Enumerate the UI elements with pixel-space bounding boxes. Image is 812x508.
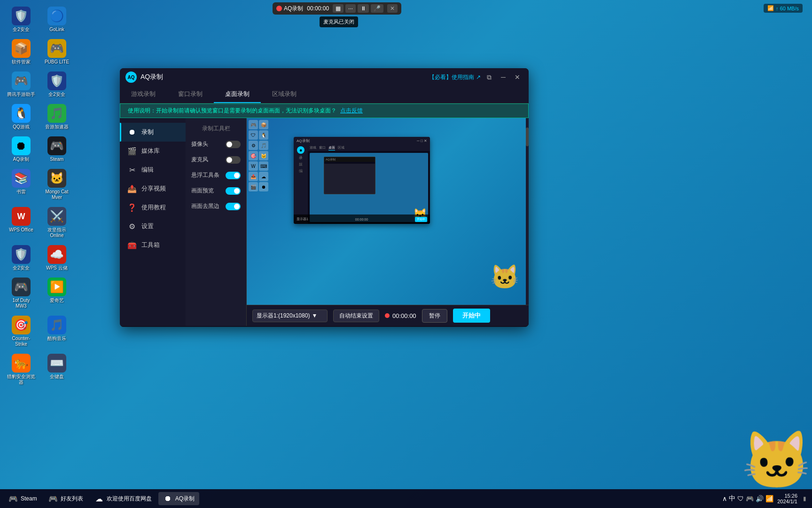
tool-camera-toggle[interactable] bbox=[226, 141, 241, 148]
sidebar-media-icon: 🎬 bbox=[127, 146, 137, 156]
start-button[interactable]: 开始中 bbox=[453, 309, 490, 323]
preview-mini-icon10: ⌨ bbox=[259, 161, 268, 171]
steam-icon: 🎮 bbox=[8, 494, 18, 503]
tool-float-bar-toggle[interactable] bbox=[226, 172, 241, 179]
tray-network[interactable]: 🔊 bbox=[756, 495, 764, 502]
nested-title: AQ录制 bbox=[297, 138, 310, 143]
preview-mini-icon9: W bbox=[249, 161, 258, 171]
desktop-icon-wps[interactable]: W WPS Office bbox=[5, 205, 38, 240]
desktop-icon-aqrec[interactable]: ⏺ AQ录制 bbox=[5, 135, 38, 164]
sidebar-settings-label: 设置 bbox=[141, 222, 154, 230]
desktop-icon-qq[interactable]: 🐧 QQ游戏 bbox=[5, 102, 38, 132]
sidebar-item-settings[interactable]: ⚙ 设置 bbox=[120, 217, 186, 236]
aq-titlebar: AQ AQ录制 【必看】使用指南 ↗ ⧉ ─ ✕ bbox=[120, 68, 529, 86]
desktop-icon-tencent[interactable]: 🎮 腾讯手游助手 bbox=[5, 70, 38, 99]
nested-controls: 显示器1 00:00:00 开始中 bbox=[294, 214, 430, 224]
sidebar-item-tools[interactable]: 🧰 工具箱 bbox=[120, 236, 186, 254]
tool-float-bar: 悬浮工具条 bbox=[186, 167, 246, 183]
sidebar-item-edit[interactable]: ✂ 编辑 bbox=[120, 160, 186, 179]
sidebar-edit-label: 编辑 bbox=[141, 166, 154, 174]
tab-desktop-record[interactable]: 桌面录制 bbox=[214, 86, 261, 103]
desktop-icon-iqiyi[interactable]: ▶️ 爱奇艺 bbox=[40, 276, 73, 311]
aq-title-right: 【必看】使用指南 ↗ ⧉ ─ ✕ bbox=[429, 71, 523, 83]
desktop-icon-mongocat[interactable]: 🐱 Mongo Cat Mver bbox=[40, 167, 73, 202]
display-selector[interactable]: 显示器1:(1920x1080) ▼ bbox=[252, 310, 328, 322]
preview-mini-icon4: 🐧 bbox=[259, 130, 268, 140]
recording-bar-label: AQ录制 bbox=[284, 5, 303, 13]
nested-tab2: 窗口 bbox=[319, 145, 326, 150]
tool-mic-toggle[interactable] bbox=[226, 156, 241, 164]
sidebar-item-media[interactable]: 🎬 媒体库 bbox=[120, 142, 186, 160]
desktop-icon-steam[interactable]: 🎮 Steam bbox=[40, 135, 73, 164]
desktop-icon-security2[interactable]: 🛡️ 全2安全 bbox=[40, 70, 73, 99]
rec-mic-btn[interactable]: 🎤 bbox=[371, 4, 383, 13]
desktop-icon-accel[interactable]: 🎵 音游加速器 bbox=[40, 102, 73, 132]
rec-more-btn[interactable]: ··· bbox=[345, 4, 356, 13]
rec-screen-btn[interactable]: ▦ bbox=[333, 4, 344, 13]
desktop-icon-kugou[interactable]: 🎵 酷狗音乐 bbox=[40, 314, 73, 349]
desktop-icon-1ofduty[interactable]: 🎮 1of Duty MW3 bbox=[5, 276, 38, 311]
tool-mic: 麦克风 bbox=[186, 152, 246, 167]
desktop-icon-cs[interactable]: 🎯 Counter-Strike bbox=[5, 314, 38, 349]
sidebar-record-icon: ⏺ bbox=[127, 127, 137, 137]
desktop-icon-golink[interactable]: 🔵 GoLink bbox=[40, 5, 73, 34]
taskbar-friends-label: 好友列表 bbox=[61, 495, 83, 503]
aq-minimize-btn[interactable]: ─ bbox=[498, 71, 509, 83]
nested-rec-label: 录 bbox=[299, 155, 303, 160]
tray-lang[interactable]: 中 bbox=[729, 494, 735, 503]
rec-pause-btn[interactable]: ⏸ bbox=[358, 4, 369, 13]
tab-game-record[interactable]: 游戏录制 bbox=[120, 86, 167, 103]
desktop-icon-security3[interactable]: 🛡️ 全2安全 bbox=[5, 243, 38, 273]
rec-close-btn[interactable]: ✕ bbox=[387, 4, 398, 13]
tray-shield[interactable]: 🛡 bbox=[737, 495, 744, 502]
preview-mini-icon7: 🎯 bbox=[249, 151, 258, 160]
preview-area: 🎮 📦 🛡 🐧 ⚙ 🎵 bbox=[247, 118, 529, 326]
aq-sidebar: ⏺ 录制 🎬 媒体库 ✂ 编辑 📤 分享视频 ❓ 使用教程 bbox=[120, 118, 186, 326]
aq-logo: AQ bbox=[125, 71, 137, 83]
desktop-icon-cheetah[interactable]: 🐆 猎豹安全浏览器 bbox=[5, 352, 38, 387]
desktop-icon-wpsc[interactable]: ☁️ WPS 云储 bbox=[40, 243, 73, 273]
nested-tab1: 游戏 bbox=[310, 145, 316, 150]
taskbar-item-steam[interactable]: 🎮 Steam bbox=[4, 492, 42, 505]
tool-float-bar-label: 悬浮工具条 bbox=[191, 171, 219, 179]
aq-pip-btn[interactable]: ⧉ bbox=[484, 71, 495, 83]
desktop-icon-security1[interactable]: 🛡️ 全2安全 bbox=[5, 5, 38, 34]
tool-remove-border-toggle[interactable] bbox=[226, 203, 241, 210]
desktop-icon-online[interactable]: ⚔️ 攻坚指示 Online bbox=[40, 205, 73, 240]
desktop-icon-pubg[interactable]: 🎮 PUBG LITE bbox=[40, 37, 73, 67]
taskbar-item-baidu[interactable]: ☁ 欢迎使用百度网盘 bbox=[90, 492, 156, 505]
sys-tray: ∧ 中 🛡 🎮 🔊 📶 bbox=[722, 494, 773, 503]
notice-link[interactable]: 点击反馈 bbox=[340, 107, 363, 115]
nested-edit-label: 编 bbox=[299, 168, 303, 174]
rec-time-display: 00:00:00 bbox=[385, 312, 416, 319]
tool-preview-toggle[interactable] bbox=[226, 187, 241, 195]
sidebar-item-tutorial[interactable]: ❓ 使用教程 bbox=[120, 198, 186, 217]
tab-window-record[interactable]: 窗口录制 bbox=[167, 86, 214, 103]
preview-desktop: 🎮 📦 🛡 🐧 ⚙ 🎵 bbox=[247, 118, 529, 305]
tab-region-record[interactable]: 区域录制 bbox=[261, 86, 308, 103]
nested-sidebar: ⏺ 录 媒 编 bbox=[294, 144, 308, 224]
mic-tooltip: 麦克风已关闭 bbox=[320, 16, 358, 27]
taskbar-item-friends[interactable]: 🎮 好友列表 bbox=[44, 492, 88, 505]
preview-scrollbar[interactable] bbox=[526, 118, 529, 305]
tray-chevron[interactable]: ∧ bbox=[722, 495, 727, 502]
recording-time: 00:00:00 bbox=[307, 5, 329, 12]
nested-display-text: 显示器1 bbox=[297, 217, 308, 222]
desktop-icon-softmgr[interactable]: 📦 软件管家 bbox=[5, 37, 38, 67]
pause-button[interactable]: 暂停 bbox=[422, 309, 447, 323]
taskbar-item-aqrec[interactable]: ⏺ AQ录制 bbox=[158, 492, 199, 505]
desktop-icon-keyboard[interactable]: ⌨️ 全键盘 bbox=[40, 352, 73, 387]
tray-steam[interactable]: 🎮 bbox=[746, 495, 754, 502]
recording-tools-panel: 录制工具栏 摄像头 麦克风 悬浮工具条 画面预览 bbox=[186, 118, 247, 326]
friends-icon: 🎮 bbox=[48, 494, 58, 503]
desktop-icon-shulei[interactable]: 📚 书雷 bbox=[5, 167, 38, 202]
auto-end-btn[interactable]: 自动结束设置 bbox=[333, 310, 379, 322]
tray-volume[interactable]: 📶 bbox=[765, 495, 773, 502]
notice-text: 使用说明：开始录制前请确认预览窗口是需要录制的桌面画面，无法识别多块桌面？ bbox=[128, 107, 336, 115]
aq-close-btn[interactable]: ✕ bbox=[512, 71, 523, 83]
aq-help-link[interactable]: 【必看】使用指南 ↗ bbox=[429, 73, 481, 81]
preview-mini-icon: 🎮 bbox=[249, 120, 258, 129]
sidebar-item-share[interactable]: 📤 分享视频 bbox=[120, 179, 186, 198]
show-desktop-btn[interactable]: ▮ bbox=[801, 495, 808, 502]
sidebar-item-record[interactable]: ⏺ 录制 bbox=[120, 123, 186, 142]
